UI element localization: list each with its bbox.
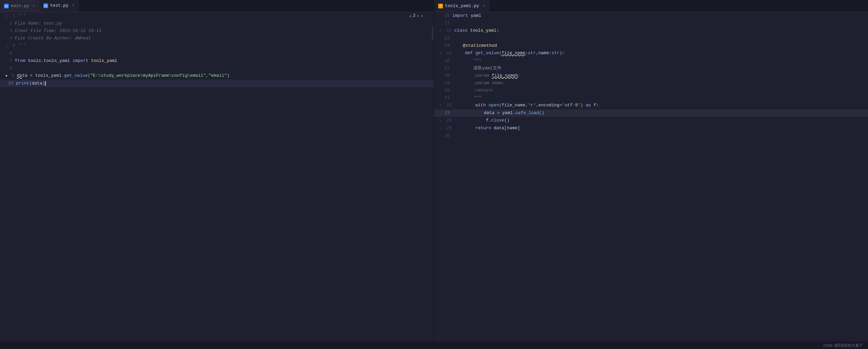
r-code-line-20: 20 :return: bbox=[434, 87, 868, 94]
code-line-9: ● 9 data = tools_yaml.get_value("E:\stud… bbox=[0, 72, 434, 80]
line-content bbox=[15, 65, 434, 72]
line-content bbox=[452, 35, 868, 42]
line-content: print(data) bbox=[16, 80, 434, 87]
line-content: ''' bbox=[18, 12, 434, 20]
code-line-1: ⬡ 1 ''' bbox=[0, 12, 434, 20]
tab-close-yaml[interactable]: × bbox=[482, 4, 485, 8]
r-code-line-10: 10 import yaml bbox=[434, 12, 868, 20]
code-line-8: 8 bbox=[0, 65, 434, 72]
r-code-line-15: ▽ 15 def get_value(file_name:str,name:st… bbox=[434, 50, 868, 57]
line-content bbox=[452, 20, 868, 27]
r-code-line-24: ▷ 24 f.close() bbox=[434, 117, 868, 125]
warning-nav-down[interactable]: ∨ bbox=[421, 13, 423, 19]
line-content: def get_value(file_name:str,name:str): bbox=[454, 50, 868, 57]
code-line-7: 7 from tools.tools_yaml import tools_yam… bbox=[0, 57, 434, 65]
line-content: :return: bbox=[452, 87, 868, 94]
line-content: with open(file_name,'r',encoding='utf-8'… bbox=[454, 102, 868, 109]
r-code-line-26: 26 bbox=[434, 132, 868, 140]
line-content bbox=[452, 132, 868, 140]
r-code-line-11: 11 bbox=[434, 20, 868, 27]
r-code-line-14: 14 @staticmethod bbox=[434, 42, 868, 50]
line-content: :param file_nameh: bbox=[452, 72, 868, 80]
line-content: import yaml bbox=[452, 12, 868, 20]
r-code-line-22: ▽ 22 with open(file_name,'r',encoding='u… bbox=[434, 102, 868, 109]
line-content: ''' bbox=[18, 42, 434, 50]
r-code-line-13: 13 bbox=[434, 35, 868, 42]
r-code-line-19: 19 :param name: bbox=[434, 80, 868, 87]
r-code-line-25: ▷ 25 return data[name] bbox=[434, 125, 868, 132]
left-editor-pane: ⚠ ⚠ 2 2 ∧ ∨ ⬡ 1 ''' bbox=[0, 12, 434, 342]
right-editor-pane: 10 import yaml 11 ▽ 12 class tools_yaml: bbox=[434, 12, 868, 342]
tab-test-py[interactable]: py test.py × bbox=[39, 0, 79, 12]
line-content: """ bbox=[452, 57, 868, 65]
tab-close-test[interactable]: × bbox=[72, 3, 74, 8]
py-file-icon-test: py bbox=[43, 3, 48, 8]
line-content: Creat File Time: 2023-10-12 16:11 bbox=[15, 27, 434, 35]
line-content: File Name: test.py bbox=[15, 20, 434, 27]
code-line-4: 4 File Create By Author: @Wheat bbox=[0, 35, 434, 42]
warning-nav-up[interactable]: ∧ bbox=[417, 13, 420, 19]
warning-badge[interactable]: ⚠ ⚠ 2 2 bbox=[409, 13, 415, 19]
right-code-area[interactable]: 10 import yaml 11 ▽ 12 class tools_yaml: bbox=[434, 12, 868, 342]
line-content: data = tools_yaml.get_value("E:\study_wo… bbox=[17, 72, 434, 80]
r-code-line-18: 18 :param file_nameh: bbox=[434, 72, 868, 80]
line-content: @staticmethod bbox=[452, 42, 868, 50]
r-code-line-17: 17 读取yaml文件 bbox=[434, 65, 868, 72]
line-content: 读取yaml文件 bbox=[452, 65, 868, 72]
py-file-icon: py bbox=[4, 4, 9, 8]
line-content: f.close() bbox=[454, 117, 868, 125]
line-content: File Create By Author: @Wheat bbox=[15, 35, 434, 42]
code-line-5: ⬡ 5 ''' bbox=[0, 42, 434, 50]
line-content bbox=[15, 50, 434, 57]
line-content: data = yaml.safe_load() bbox=[452, 109, 868, 117]
minimap-indicator bbox=[432, 27, 434, 40]
watermark-text: CSDN @田地里的大麦子 bbox=[823, 343, 863, 348]
tab-tools-yaml[interactable]: Y tools_yaml.py × bbox=[434, 0, 489, 12]
code-line-6: 6 bbox=[0, 50, 434, 57]
r-code-line-12: ▽ 12 class tools_yaml: bbox=[434, 27, 868, 35]
line-content: """ bbox=[452, 94, 868, 102]
tab-close-main[interactable]: × bbox=[33, 4, 35, 8]
bottom-bar: CSDN @田地里的大麦子 bbox=[0, 342, 868, 349]
r-code-line-21: 21 """ bbox=[434, 94, 868, 102]
code-line-10: 10 print(data) bbox=[0, 80, 434, 87]
yaml-file-icon: Y bbox=[438, 4, 443, 8]
tab-label-test: test.py bbox=[50, 3, 69, 8]
line-content: :param name: bbox=[452, 80, 868, 87]
tab-label: main.py bbox=[11, 3, 29, 8]
tab-label-yaml: tools_yaml.py bbox=[445, 3, 479, 8]
left-code-area[interactable]: ⬡ 1 ''' 2 File Name: test.py 3 Creat Fil… bbox=[0, 12, 434, 342]
line-content: from tools.tools_yaml import tools_yaml bbox=[15, 57, 434, 65]
r-code-line-23: 23 data = yaml.safe_load() bbox=[434, 109, 868, 117]
code-line-3: 3 Creat File Time: 2023-10-12 16:11 bbox=[0, 27, 434, 35]
r-code-line-16: 16 """ bbox=[434, 57, 868, 65]
warning-toolbar: ⚠ ⚠ 2 2 ∧ ∨ bbox=[409, 12, 423, 20]
tab-main-py[interactable]: py main.py × bbox=[0, 0, 39, 12]
code-line-2: 2 File Name: test.py bbox=[0, 20, 434, 27]
line-content: class tools_yaml: bbox=[454, 27, 868, 35]
line-content: return data[name] bbox=[454, 125, 868, 132]
